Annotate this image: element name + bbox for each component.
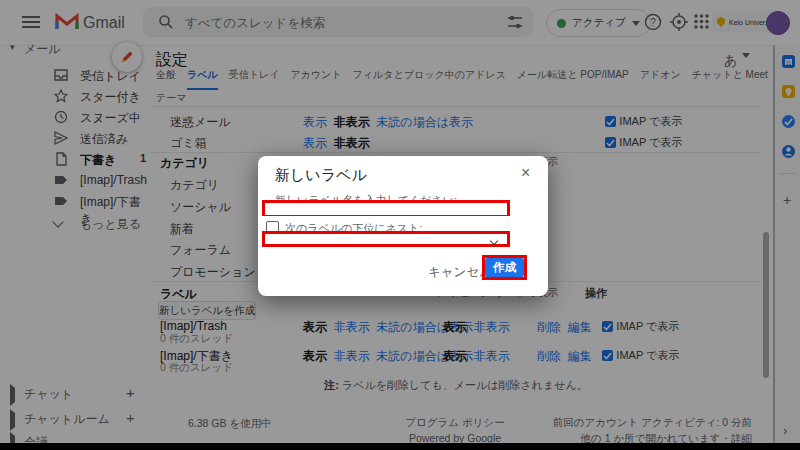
dialog-title: 新しいラベル	[275, 166, 367, 185]
annotation-box-create: 作成	[482, 255, 527, 280]
annotation-box-input	[262, 200, 510, 216]
nest-parent-select[interactable]	[265, 234, 507, 244]
chevron-down-icon	[491, 238, 499, 246]
create-button[interactable]: 作成	[485, 258, 524, 277]
close-icon[interactable]: ×	[521, 164, 530, 182]
annotation-box-select	[262, 231, 510, 247]
screen-bottom-bar	[0, 443, 800, 450]
new-label-dialog: 新しいラベル × 新しいラベル名を入力してください: 次のラベルの下位にネスト:…	[258, 156, 548, 296]
label-name-input[interactable]	[265, 205, 507, 215]
gmail-settings-window: Gmail アクティブ ?	[0, 0, 800, 450]
